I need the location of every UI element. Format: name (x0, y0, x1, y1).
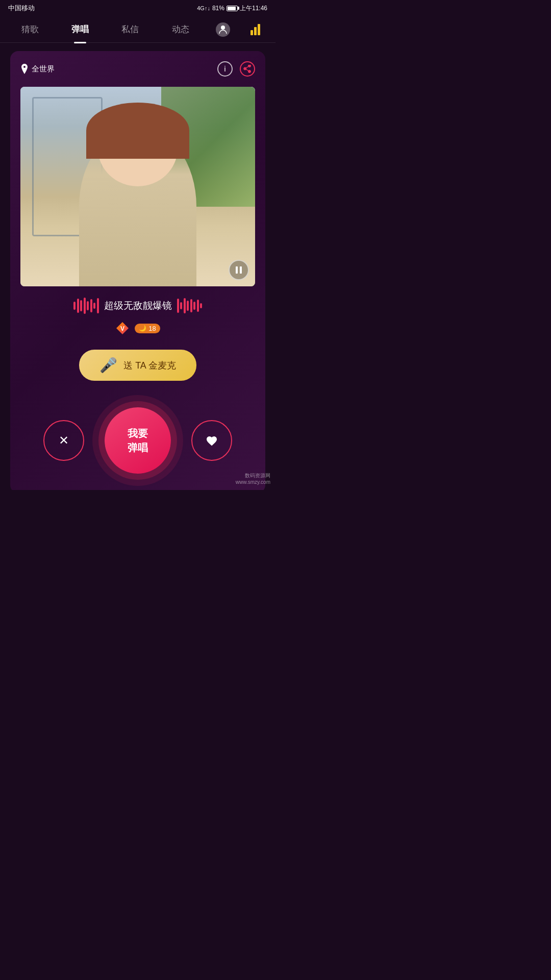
cancel-icon: ✕ (59, 433, 69, 448)
carrier-label: 中国移动 (8, 4, 35, 13)
moon-icon: 🌙 (139, 325, 146, 332)
tags-row: V 🌙 18 (20, 321, 255, 335)
time-label: 上午11:46 (240, 4, 267, 13)
age-badge: 🌙 18 (135, 324, 160, 333)
content-card: 全世界 i (10, 51, 265, 490)
location-label: 全世界 (32, 64, 55, 74)
cancel-button[interactable]: ✕ (43, 420, 84, 461)
share-icon (243, 65, 252, 73)
chart-icon-btn[interactable] (251, 24, 260, 35)
status-right: 4G↑↓ 81% 上午11:46 (197, 4, 267, 13)
photo-frame (20, 87, 255, 286)
svg-rect-1 (236, 266, 238, 274)
photo-bg-detail (20, 87, 255, 286)
mic-emoji: 🎤 (99, 357, 117, 374)
battery-percent: 81% (212, 5, 224, 12)
age-label: 18 (148, 325, 156, 332)
diamond-badge: V (115, 321, 130, 335)
gift-button-label: 送 TA 金麦克 (123, 359, 176, 372)
card-header: 全世界 i (20, 61, 255, 77)
photo-bg (20, 87, 255, 286)
location-tag: 全世界 (20, 64, 55, 74)
watermark: 数码资源网 www.smzy.com (236, 472, 270, 485)
tab-guess[interactable]: 猜歌 (15, 19, 45, 39)
heart-icon (206, 435, 218, 446)
battery-icon (227, 6, 238, 11)
chart-icon (251, 24, 260, 35)
profile-icon-btn[interactable] (216, 22, 230, 37)
nav-tabs: 猜歌 弹唱 私信 动态 (0, 16, 276, 43)
svg-rect-2 (240, 266, 242, 274)
action-buttons: ✕ 我要 弹唱 (20, 397, 255, 479)
watermark-line1: 数码资源网 (236, 472, 270, 479)
svg-point-0 (221, 26, 225, 30)
card-actions: i (217, 61, 255, 77)
sing-button[interactable]: 我要 弹唱 (105, 407, 171, 474)
gift-section: 🎤 送 TA 金麦克 (20, 350, 255, 381)
song-title: 超级无敌靓爆镜 (104, 299, 172, 312)
svg-text:V: V (120, 325, 124, 332)
waveform-left (73, 297, 99, 315)
main-content: 全世界 i (0, 43, 276, 490)
sing-label-1: 我要 (128, 426, 148, 440)
sing-label-2: 弹唱 (128, 440, 148, 455)
tab-sing[interactable]: 弹唱 (65, 19, 95, 39)
tab-message[interactable]: 私信 (115, 19, 145, 39)
tab-dynamic[interactable]: 动态 (166, 19, 195, 39)
gift-button[interactable]: 🎤 送 TA 金麦克 (79, 350, 196, 381)
song-section: 超级无敌靓爆镜 (20, 297, 255, 315)
like-button[interactable] (191, 420, 232, 461)
watermark-line2: www.smzy.com (236, 479, 270, 485)
pause-button[interactable] (229, 260, 249, 280)
share-button[interactable] (240, 61, 255, 77)
waveform-right (177, 297, 203, 315)
person-icon (216, 22, 230, 37)
signal-icon: 4G↑↓ (197, 5, 210, 11)
status-bar: 中国移动 4G↑↓ 81% 上午11:46 (0, 0, 276, 16)
pin-icon (20, 64, 29, 74)
pause-icon (235, 266, 242, 274)
info-button[interactable]: i (217, 61, 233, 77)
